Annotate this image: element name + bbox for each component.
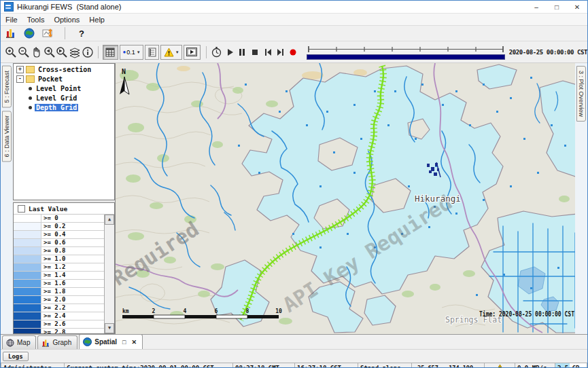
last-value-label: Last Value xyxy=(29,205,67,213)
main-toolbar: ? xyxy=(1,26,587,41)
tab-spatial[interactable]: Spatial □ ✕ xyxy=(79,334,143,349)
tab-plot-overview[interactable]: 3 : Plot Overview xyxy=(576,66,586,122)
interval-value: 0.1 xyxy=(126,49,135,56)
svg-text:N: N xyxy=(122,68,126,75)
zoom-next-icon[interactable] xyxy=(56,45,69,59)
timeseries-chart-icon[interactable] xyxy=(41,26,55,40)
color-swatch xyxy=(14,223,41,230)
menu-options[interactable]: Options xyxy=(49,15,84,24)
time-navigator-icon[interactable] xyxy=(211,45,224,59)
svg-text:4: 4 xyxy=(184,308,187,314)
menu-tools[interactable]: Tools xyxy=(22,15,50,24)
menu-help[interactable]: Help xyxy=(84,15,109,24)
color-swatch xyxy=(14,280,41,287)
legend-row: >= 1.6 xyxy=(14,280,104,288)
tree-node-cross-section[interactable]: + Cross-section xyxy=(14,65,114,73)
leaf-bullet-icon xyxy=(29,96,32,100)
animation-movie-button[interactable] xyxy=(184,45,200,60)
record-button[interactable] xyxy=(287,45,300,59)
tab-graph[interactable]: Graph xyxy=(37,335,77,349)
legend-classify-button[interactable] xyxy=(145,45,159,60)
interval-marker-icon: ● xyxy=(122,49,126,55)
stop-button[interactable] xyxy=(249,45,262,59)
color-swatch xyxy=(14,272,41,279)
step-backward-button[interactable] xyxy=(261,45,274,59)
timeline-ticks xyxy=(307,45,505,54)
app-window: Hikurangi FEWS (Stand alone) – □ ✕ File … xyxy=(0,0,588,368)
legend-scrollbar[interactable]: ▲ ▼ xyxy=(104,215,114,333)
classification-interval-dropdown[interactable]: ● 0.1 ▼ xyxy=(120,45,144,60)
status-mode: Stand alone xyxy=(358,363,411,368)
help-icon[interactable]: ? xyxy=(75,26,88,40)
globe-blue-icon xyxy=(83,337,92,346)
maximize-button[interactable]: □ xyxy=(547,1,567,13)
tab-close-icon[interactable]: ✕ xyxy=(131,339,137,346)
color-swatch xyxy=(14,247,41,255)
zoom-previous-icon[interactable] xyxy=(43,45,56,59)
svg-text:km: km xyxy=(122,308,129,314)
close-button[interactable]: ✕ xyxy=(567,1,587,13)
legend-panel: Last Value >= 0 >= 0.2 >= 0.4 >= 0.6 >= … xyxy=(13,202,115,334)
status-local-time: 16:27:18 CST xyxy=(294,363,358,368)
legend-row: >= 0.8 xyxy=(14,247,104,255)
left-tab-strip: 5 : Forecast 6 : Data Viewer xyxy=(1,63,13,334)
map-canvas[interactable]: API Key Required API Key Required Hikura… xyxy=(116,63,575,334)
tree-node-level-point[interactable]: Level Point xyxy=(14,84,114,92)
color-swatch xyxy=(14,255,41,263)
layers-icon[interactable] xyxy=(69,45,82,59)
timeline-date: 2020-08-25 00:00:00 CST xyxy=(509,49,587,56)
play-button[interactable] xyxy=(223,45,236,59)
map-toolbar: ● 0.1 ▼ ▼ xyxy=(1,41,587,63)
legend-row: >= 2.4 xyxy=(14,312,104,320)
scroll-up-icon[interactable]: ▲ xyxy=(105,215,114,225)
step-forward-button[interactable] xyxy=(274,45,287,59)
legend-row: >= 1.8 xyxy=(14,288,104,296)
tab-restore-icon[interactable]: □ xyxy=(122,339,126,346)
warning-threshold-dropdown[interactable]: ▼ xyxy=(160,45,182,60)
status-coordinates: -35.657 , 174.199 xyxy=(411,363,484,368)
logs-button[interactable]: Logs xyxy=(3,352,29,361)
minimize-button[interactable]: – xyxy=(526,1,547,13)
tab-data-viewer[interactable]: 6 : Data Viewer xyxy=(2,111,12,162)
timeline-span-bar[interactable] xyxy=(307,54,505,60)
status-gmt-time: 08:27:18 GMT xyxy=(232,363,294,368)
legend-row: >= 0.6 xyxy=(14,239,104,247)
svg-text:8: 8 xyxy=(246,308,249,314)
zoom-out-icon[interactable] xyxy=(18,45,31,59)
tree-node-pocket[interactable]: - Pocket xyxy=(14,75,114,83)
tree-node-depth-grid[interactable]: Depth Grid xyxy=(14,103,114,111)
legend-row: >= 2.2 xyxy=(14,304,104,312)
tree-node-level-grid[interactable]: Level Grid xyxy=(14,94,114,102)
color-swatch xyxy=(14,320,41,328)
legend-row: >= 1.2 xyxy=(14,263,104,272)
status-network-rate: 0.0 MB/s xyxy=(515,363,555,368)
globe-map-icon[interactable] xyxy=(22,26,36,40)
status-bar: Administrator Current system time:2020-0… xyxy=(1,363,587,368)
color-swatch xyxy=(14,215,41,222)
grid-display-toggle[interactable] xyxy=(103,45,118,60)
menu-file[interactable]: File xyxy=(1,15,22,24)
explorer-barchart-icon[interactable] xyxy=(3,26,17,40)
info-icon[interactable] xyxy=(81,45,94,59)
svg-text:2: 2 xyxy=(152,308,156,314)
legend-row: >= 2.6 xyxy=(14,320,104,329)
scroll-down-icon[interactable]: ▼ xyxy=(105,323,114,333)
legend-row: >= 0.4 xyxy=(14,231,104,239)
timeline-slider[interactable] xyxy=(307,45,505,60)
last-value-checkbox[interactable] xyxy=(18,205,25,213)
pan-hand-icon[interactable] xyxy=(30,45,43,59)
map-viewport[interactable]: API Key Required API Key Required Hikura… xyxy=(115,63,575,334)
title-bar: Hikurangi FEWS (Stand alone) – □ ✕ xyxy=(1,1,587,14)
app-icon xyxy=(4,2,14,12)
legend-row: >= 1.4 xyxy=(14,272,104,280)
expand-icon[interactable]: + xyxy=(16,66,24,73)
collapse-icon[interactable]: - xyxy=(16,75,24,83)
logs-row: Logs xyxy=(1,349,587,363)
map-time-label: Time: 2020-08-25 00:00:00 CST xyxy=(479,310,574,318)
zoom-in-icon[interactable] xyxy=(5,45,18,59)
pause-button[interactable] xyxy=(236,45,249,59)
status-warning[interactable] xyxy=(484,363,515,368)
tab-forecast[interactable]: 5 : Forecast xyxy=(2,66,12,108)
tab-map[interactable]: Map xyxy=(2,335,36,349)
folder-icon xyxy=(26,66,35,73)
